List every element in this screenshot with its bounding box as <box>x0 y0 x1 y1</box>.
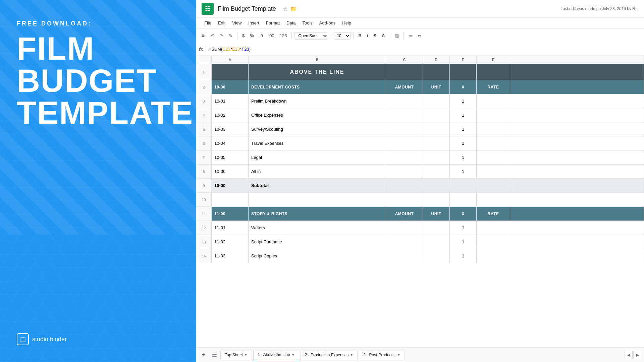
menu-format[interactable]: Format <box>263 19 282 27</box>
cell-3e[interactable]: 1 <box>450 94 477 108</box>
cell-10d[interactable] <box>423 193 450 206</box>
cell-4f[interactable] <box>477 108 510 122</box>
decimal-decrease[interactable]: .0 <box>257 32 265 40</box>
cell-12b[interactable]: Writers <box>249 221 386 235</box>
cell-9a[interactable]: 10-00 <box>212 179 249 192</box>
cell-8d[interactable] <box>423 165 450 178</box>
cell-12a[interactable]: 11-01 <box>212 221 249 235</box>
cell-6f[interactable] <box>477 136 510 150</box>
cell-8f[interactable] <box>477 165 510 178</box>
cell-11a[interactable]: 11-00 <box>212 207 249 221</box>
cell-2d[interactable]: UNIT <box>423 80 450 94</box>
cell-3d[interactable] <box>423 94 450 108</box>
cell-14c[interactable] <box>386 249 423 263</box>
cell-14a[interactable]: 11-03 <box>212 249 249 263</box>
add-sheet-button[interactable]: + <box>199 350 208 360</box>
cell-5e[interactable]: 1 <box>450 122 477 136</box>
merge-button[interactable]: ↦ <box>416 32 424 40</box>
cell-7e[interactable]: 1 <box>450 150 477 164</box>
cell-11e[interactable]: X <box>450 207 477 221</box>
formula-content[interactable]: =SUM(C23*E23*F23) <box>209 47 641 52</box>
cell-14f[interactable] <box>477 249 510 263</box>
font-color-button[interactable]: A <box>380 33 387 39</box>
paint-format-button[interactable]: ✎ <box>227 32 234 40</box>
cell-10e[interactable] <box>450 193 477 206</box>
cell-2e[interactable]: X <box>450 80 477 94</box>
cell-5c[interactable] <box>386 122 423 136</box>
cell-9c[interactable] <box>386 179 423 192</box>
cell-10c[interactable] <box>386 193 423 206</box>
font-selector[interactable]: Open Sans <box>294 32 328 40</box>
tab-production-expenses[interactable]: 2 - Production Expenses ▼ <box>301 350 358 360</box>
cell-6d[interactable] <box>423 136 450 150</box>
cell-11d[interactable]: UNIT <box>423 207 450 221</box>
cell-5f[interactable] <box>477 122 510 136</box>
cell-5a[interactable]: 10-03 <box>212 122 249 136</box>
cell-7f[interactable] <box>477 150 510 164</box>
tab-post-production[interactable]: 3 - Post-Product... ▼ <box>359 350 405 360</box>
strikethrough-button[interactable]: S <box>371 33 378 39</box>
cell-11f[interactable]: RATE <box>477 207 510 221</box>
menu-addons[interactable]: Add-ons <box>317 19 338 27</box>
cell-8c[interactable] <box>386 165 423 178</box>
cell-7b[interactable]: Legal <box>249 150 386 164</box>
cell-13f[interactable] <box>477 235 510 249</box>
cell-1b-header[interactable]: ABOVE THE LINE <box>249 64 386 80</box>
print-button[interactable]: 🖶 <box>199 32 207 40</box>
cell-3c[interactable] <box>386 94 423 108</box>
cell-14d[interactable] <box>423 249 450 263</box>
cell-11b[interactable]: STORY & RIGHTS <box>249 207 386 221</box>
cell-10b[interactable] <box>249 193 386 206</box>
cell-3b[interactable]: Prelim Breakdown <box>249 94 386 108</box>
menu-file[interactable]: File <box>202 19 214 27</box>
menu-data[interactable]: Data <box>284 19 298 27</box>
cell-13b[interactable]: Script Purchase <box>249 235 386 249</box>
sheet-nav-left[interactable]: ◀ <box>625 351 633 359</box>
cell-9b[interactable]: Subtotal <box>249 179 386 192</box>
cell-7d[interactable] <box>423 150 450 164</box>
cell-1a[interactable] <box>212 64 249 80</box>
cell-12e[interactable]: 1 <box>450 221 477 235</box>
cell-4e[interactable]: 1 <box>450 108 477 122</box>
cell-14e[interactable]: 1 <box>450 249 477 263</box>
tab-top-sheet[interactable]: Top Sheet ▼ <box>220 350 252 360</box>
cell-10a[interactable] <box>212 193 249 206</box>
cell-13d[interactable] <box>423 235 450 249</box>
cell-11c[interactable]: AMOUNT <box>386 207 423 221</box>
cell-6b[interactable]: Travel Expenses <box>249 136 386 150</box>
cell-6c[interactable] <box>386 136 423 150</box>
fill-color-button[interactable]: ▨ <box>393 32 401 40</box>
menu-tools[interactable]: Tools <box>300 19 315 27</box>
menu-insert[interactable]: Insert <box>246 19 262 27</box>
cell-5b[interactable]: Survey/Scouting <box>249 122 386 136</box>
currency-button[interactable]: $ <box>240 32 247 40</box>
redo-button[interactable]: ↷ <box>218 32 225 40</box>
cell-2c[interactable]: AMOUNT <box>386 80 423 94</box>
cell-12d[interactable] <box>423 221 450 235</box>
cell-9e[interactable] <box>450 179 477 192</box>
cell-2a[interactable]: 10-00 <box>212 80 249 94</box>
percent-button[interactable]: % <box>248 32 256 40</box>
cell-4c[interactable] <box>386 108 423 122</box>
cell-9f[interactable] <box>477 179 510 192</box>
cell-13a[interactable]: 11-02 <box>212 235 249 249</box>
borders-button[interactable]: ▭ <box>407 32 415 40</box>
decimal-increase[interactable]: .00 <box>266 32 276 40</box>
cell-2b[interactable]: DEVELOPMENT COSTS <box>249 80 386 94</box>
format-number[interactable]: 123 <box>278 32 289 40</box>
menu-view[interactable]: View <box>229 19 244 27</box>
sheet-list-button[interactable]: ☰ <box>210 350 219 360</box>
cell-8e[interactable]: 1 <box>450 165 477 178</box>
cell-3f[interactable] <box>477 94 510 108</box>
sheet-nav-right[interactable]: ▶ <box>633 351 641 359</box>
cell-9d[interactable] <box>423 179 450 192</box>
undo-button[interactable]: ↶ <box>209 32 216 40</box>
cell-13c[interactable] <box>386 235 423 249</box>
menu-edit[interactable]: Edit <box>215 19 228 27</box>
cell-8b[interactable]: All in <box>249 165 386 178</box>
cell-8a[interactable]: 10-06 <box>212 165 249 178</box>
cell-3a[interactable]: 10-01 <box>212 94 249 108</box>
cell-13e[interactable]: 1 <box>450 235 477 249</box>
cell-5d[interactable] <box>423 122 450 136</box>
star-icon[interactable]: ☆ <box>283 6 287 12</box>
